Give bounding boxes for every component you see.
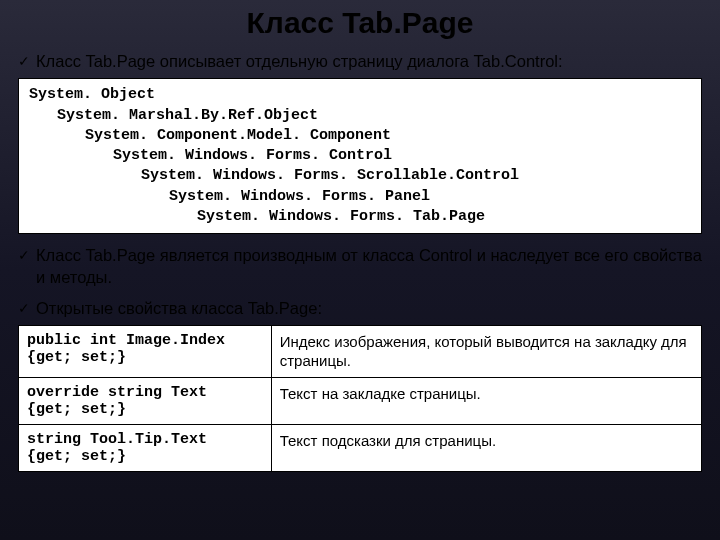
hierarchy-line: System. Object (29, 85, 691, 105)
hierarchy-line: System. Windows. Forms. Control (113, 146, 691, 166)
bullet-3-text: Открытые свойства класса Tab.Page: (36, 297, 322, 319)
check-icon: ✓ (18, 52, 30, 71)
hierarchy-line: System. Windows. Forms. Panel (169, 187, 691, 207)
table-row: override string Text {get; set;} Текст н… (19, 377, 702, 424)
properties-table: public int Image.Index {get; set;} Индек… (18, 325, 702, 472)
property-description: Текст подсказки для страницы. (271, 424, 701, 471)
check-icon: ✓ (18, 246, 30, 265)
table-row: string Tool.Tip.Text {get; set;} Текст п… (19, 424, 702, 471)
class-hierarchy-box: System. Object System. Marshal.By.Ref.Ob… (18, 78, 702, 234)
property-signature: override string Text {get; set;} (19, 377, 272, 424)
check-icon: ✓ (18, 299, 30, 318)
property-description: Индекс изображения, который выводится на… (271, 325, 701, 377)
bullet-2-text: Класс Tab.Page является производным от к… (36, 244, 702, 289)
property-description: Текст на закладке страницы. (271, 377, 701, 424)
hierarchy-line: System. Marshal.By.Ref.Object (57, 106, 691, 126)
slide-title: Класс Tab.Page (18, 6, 702, 40)
bullet-1-text: Класс Tab.Page описывает отдельную стран… (36, 50, 563, 72)
bullet-1: ✓ Класс Tab.Page описывает отдельную стр… (18, 50, 702, 72)
property-signature: string Tool.Tip.Text {get; set;} (19, 424, 272, 471)
bullet-3: ✓ Открытые свойства класса Tab.Page: (18, 297, 702, 319)
hierarchy-line: System. Windows. Forms. Tab.Page (197, 207, 691, 227)
hierarchy-line: System. Component.Model. Component (85, 126, 691, 146)
property-signature: public int Image.Index {get; set;} (19, 325, 272, 377)
bullet-2: ✓ Класс Tab.Page является производным от… (18, 244, 702, 289)
hierarchy-line: System. Windows. Forms. Scrollable.Contr… (141, 166, 691, 186)
table-row: public int Image.Index {get; set;} Индек… (19, 325, 702, 377)
